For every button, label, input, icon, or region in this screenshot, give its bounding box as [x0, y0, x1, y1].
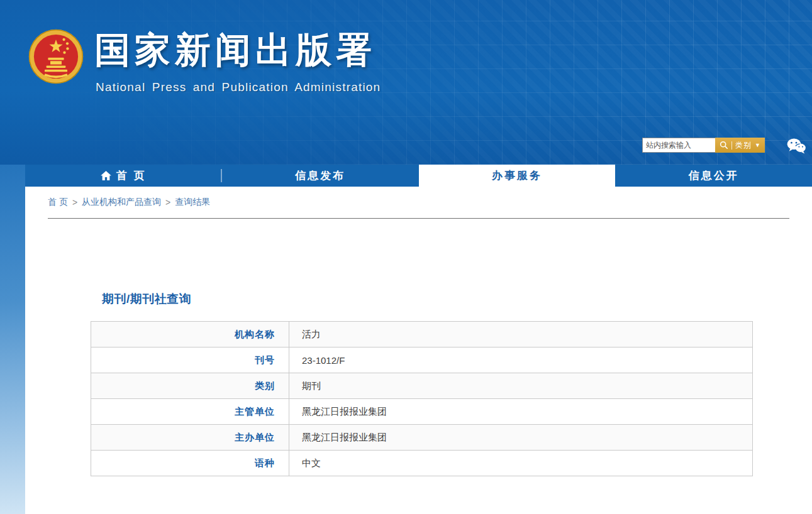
site-header: 国家新闻出版署 National Press and Publication A…: [0, 0, 812, 165]
row-label: 语种: [91, 451, 289, 476]
row-label: 主管单位: [91, 399, 289, 425]
row-label: 主办单位: [91, 425, 289, 451]
site-subtitle: National Press and Publication Administr…: [96, 80, 381, 94]
search-divider: [731, 141, 732, 150]
row-value: 中文: [289, 451, 753, 476]
breadcrumb-separator: >: [72, 197, 77, 207]
row-value: 黑龙江日报报业集团: [289, 399, 753, 425]
row-label: 机构名称: [91, 322, 289, 347]
nav-item-label: 信息公开: [689, 168, 739, 183]
row-label: 刊号: [91, 347, 289, 373]
breadcrumb-separator: >: [165, 197, 170, 207]
national-emblem-logo: [28, 28, 84, 85]
breadcrumb-query-link[interactable]: 从业机构和产品查询: [82, 197, 161, 208]
nav-item-label: 信息发布: [295, 168, 345, 183]
page-title: 期刊/期刊社查询: [102, 291, 812, 307]
search-icon[interactable]: [720, 141, 728, 150]
nav-item-label: 办事服务: [492, 168, 542, 183]
site-search: 类别 ▼: [642, 138, 765, 153]
table-row: 刊号 23-1012/F: [91, 347, 753, 373]
row-value: 黑龙江日报报业集团: [289, 425, 753, 451]
page: 国家新闻出版署 National Press and Publication A…: [0, 0, 812, 514]
breadcrumb-home-link[interactable]: 首 页: [48, 197, 68, 208]
search-category-dropdown[interactable]: 类别: [735, 140, 752, 151]
nav-item-services[interactable]: 办事服务: [419, 165, 616, 187]
row-value: 23-1012/F: [289, 347, 753, 373]
wechat-icon[interactable]: [786, 137, 806, 155]
nav-item-label: 首 页: [116, 168, 147, 183]
site-title: 国家新闻出版署: [94, 26, 376, 75]
table-row: 主管单位 黑龙江日报报业集团: [91, 399, 753, 425]
table-row: 语种 中文: [91, 451, 753, 476]
table-row: 机构名称 活力: [91, 322, 753, 347]
breadcrumb-current: 查询结果: [175, 197, 210, 208]
main-nav: 首 页 信息发布 办事服务 信息公开: [25, 165, 812, 187]
nav-item-disclosure[interactable]: 信息公开: [615, 165, 812, 187]
table-row: 主办单位 黑龙江日报报业集团: [91, 425, 753, 451]
content-panel: 首 页 > 从业机构和产品查询 > 查询结果 期刊/期刊社查询 机构名称 活力 …: [25, 187, 812, 514]
home-icon: [101, 171, 111, 180]
search-controls: 类别 ▼: [715, 138, 765, 153]
search-input[interactable]: [642, 138, 715, 153]
result-table: 机构名称 活力 刊号 23-1012/F 类别 期刊 主管单位 黑龙江日报报业集…: [91, 321, 753, 476]
row-value: 期刊: [289, 373, 753, 399]
row-label: 类别: [91, 373, 289, 399]
nav-item-home[interactable]: 首 页: [25, 165, 222, 187]
chevron-down-icon[interactable]: ▼: [755, 142, 760, 148]
row-value: 活力: [289, 322, 753, 347]
table-row: 类别 期刊: [91, 373, 753, 399]
nav-item-news[interactable]: 信息发布: [222, 165, 419, 187]
breadcrumb: 首 页 > 从业机构和产品查询 > 查询结果: [48, 187, 789, 219]
